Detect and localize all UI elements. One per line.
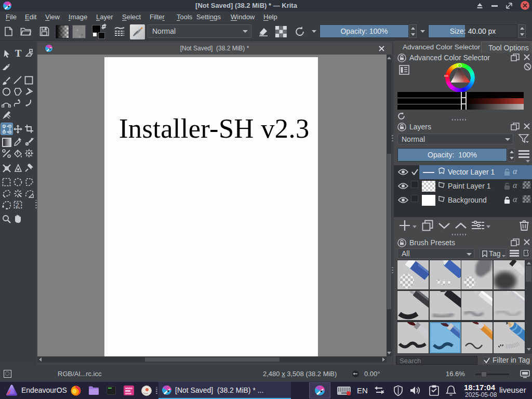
svg-text:2: 2 xyxy=(16,202,19,209)
